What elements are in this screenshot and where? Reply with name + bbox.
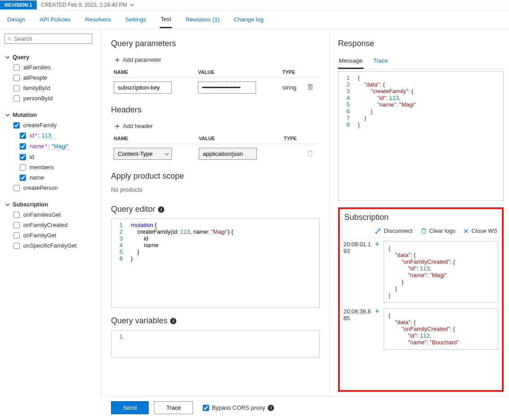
action-label: Close WS <box>471 227 497 234</box>
checkbox[interactable] <box>13 95 20 102</box>
param-name-input[interactable] <box>114 81 172 94</box>
tree-query-header[interactable]: Query <box>4 52 96 62</box>
param-value-input[interactable]: 113 <box>41 132 57 139</box>
tree-item-onfamilyget[interactable]: onFamilyGet <box>4 230 96 240</box>
tree-item-label: familyById <box>23 85 50 91</box>
checkbox[interactable] <box>13 75 20 81</box>
editor-gutter: 1 <box>111 330 127 357</box>
checkbox[interactable] <box>13 85 20 91</box>
info-icon[interactable]: i <box>170 318 176 324</box>
tree-param-name[interactable]: name*: "Magi" <box>4 141 96 152</box>
tab-settings[interactable]: Settings <box>124 12 147 27</box>
bypass-cors-toggle[interactable]: Bypass CORS proxy i <box>203 404 274 411</box>
search-input[interactable] <box>14 35 89 42</box>
tree-item-label: onFamilyCreated <box>23 222 68 228</box>
editor-code[interactable] <box>127 330 319 357</box>
subscription-log[interactable]: 20:09:01.193 { "data": { "onFamilyCreate… <box>340 238 502 390</box>
info-icon[interactable]: i <box>268 405 274 411</box>
center-panel: Query parameters Add parameter NAMEVALUE… <box>101 29 330 396</box>
tree-field-name[interactable]: name <box>4 172 96 183</box>
trash-icon[interactable] <box>307 83 313 90</box>
checkbox[interactable] <box>13 212 20 218</box>
checkbox[interactable] <box>20 154 26 160</box>
checkbox[interactable] <box>20 133 26 139</box>
svg-point-0 <box>8 38 10 40</box>
tree-item-onfamilycreated[interactable]: onFamilyCreated <box>4 220 96 230</box>
subscription-event: 20:09:01.193 { "data": { "onFamilyCreate… <box>340 238 502 305</box>
tab-revisions[interactable]: Revisions (1) <box>184 12 220 27</box>
info-icon[interactable]: i <box>158 206 164 213</box>
clear-logs-button[interactable]: Clear logs <box>421 227 456 234</box>
plus-icon <box>115 124 120 129</box>
tree-param-id[interactable]: id*: 113 <box>4 130 96 141</box>
arrow-down-icon <box>375 308 379 313</box>
tab-api-policies[interactable]: API Policies <box>38 12 71 27</box>
subscription-panel: Subscription Disconnect Clear logs Close… <box>338 207 504 392</box>
tree-item-allfamilies[interactable]: allFamilies <box>4 62 96 73</box>
header-value-input[interactable] <box>199 148 257 160</box>
svg-rect-11 <box>308 151 312 156</box>
tree-item-personbyid[interactable]: personById <box>4 93 96 103</box>
tab-change-log[interactable]: Change log <box>233 12 265 27</box>
checkbox[interactable] <box>20 143 26 150</box>
sidebar: Query allFamilies allPeople familyById p… <box>0 29 101 396</box>
chevron-down-icon <box>5 55 10 60</box>
checkbox[interactable] <box>20 175 26 181</box>
tab-message[interactable]: Message <box>338 54 364 69</box>
col-name: NAME <box>112 67 195 78</box>
tree-item-onfamiliesget[interactable]: onFamiliesGet <box>4 210 96 220</box>
response-gutter: 12345678 <box>338 72 354 201</box>
tree-item-onspecificfamilyget[interactable]: onSpecificFamilyGet <box>4 240 96 251</box>
query-params-title: Query parameters <box>111 39 320 48</box>
disconnect-button[interactable]: Disconnect <box>375 227 412 234</box>
param-value-input[interactable] <box>198 81 256 94</box>
col-name: NAME <box>112 133 196 144</box>
tree-field-members[interactable]: members <box>4 162 96 172</box>
add-parameter-button[interactable]: Add parameter <box>111 54 320 66</box>
checkbox[interactable] <box>13 185 20 191</box>
add-header-label: Add header <box>123 123 153 129</box>
editor-code[interactable]: mutation { createFamily(id: 113, name: "… <box>127 219 319 308</box>
event-time: 20:08:39.885 <box>343 308 379 350</box>
checkbox[interactable] <box>13 122 20 129</box>
trash-icon[interactable] <box>307 150 313 157</box>
checkbox[interactable] <box>13 64 20 71</box>
tree-item-createperson[interactable]: createPerson <box>4 183 96 193</box>
response-viewer[interactable]: 12345678 { "data": { "createFamily": { "… <box>338 71 504 201</box>
tree-item-label: id <box>30 154 34 160</box>
arrow-down-icon <box>375 241 379 246</box>
variables-editor[interactable]: 1 <box>111 330 320 358</box>
revision-created-text: CREATED Feb 9, 2023, 2:24:40 PM <box>41 2 127 8</box>
query-editor[interactable]: 123456 mutation { createFamily(id: 113, … <box>111 219 320 308</box>
tree-item-allpeople[interactable]: allPeople <box>4 73 96 83</box>
add-header-button[interactable]: Add header <box>111 120 320 132</box>
checkbox[interactable] <box>20 164 26 171</box>
header-name-dropdown[interactable] <box>114 148 172 160</box>
send-button[interactable]: Send <box>111 401 149 414</box>
add-parameter-label: Add parameter <box>123 56 161 63</box>
event-time-text: 20:09:01.193 <box>343 241 373 254</box>
checkbox[interactable] <box>13 222 20 228</box>
checkbox[interactable] <box>13 243 20 249</box>
revision-created[interactable]: CREATED Feb 9, 2023, 2:24:40 PM <box>37 0 139 10</box>
trace-button[interactable]: Trace <box>154 401 193 414</box>
tab-test[interactable]: Test <box>160 11 172 28</box>
param-value-input[interactable]: "Magi" <box>51 143 69 150</box>
tree-item-label: onSpecificFamilyGet <box>23 242 77 249</box>
search-box[interactable] <box>4 34 92 44</box>
tree-item-familybyid[interactable]: familyById <box>4 83 96 93</box>
bypass-checkbox[interactable] <box>203 405 209 411</box>
checkbox[interactable] <box>13 232 20 239</box>
tab-design[interactable]: Design <box>6 12 26 27</box>
tree-item-label: members <box>30 164 54 171</box>
close-ws-button[interactable]: Close WS <box>463 227 497 234</box>
tree-item-createfamily[interactable]: createFamily <box>4 120 96 130</box>
required-star: * <box>35 132 37 139</box>
tab-resolvers[interactable]: Resolvers <box>84 12 112 27</box>
event-json: { "data": { "onFamilyCreated": { "id": 1… <box>384 241 498 303</box>
query-variables-title: Query variables <box>111 316 167 326</box>
tab-trace[interactable]: Trace <box>372 54 389 69</box>
tree-field-id[interactable]: id <box>4 152 96 162</box>
tree-mutation-header[interactable]: Mutation <box>4 110 96 120</box>
tree-subscription-header[interactable]: Subscription <box>4 199 96 210</box>
